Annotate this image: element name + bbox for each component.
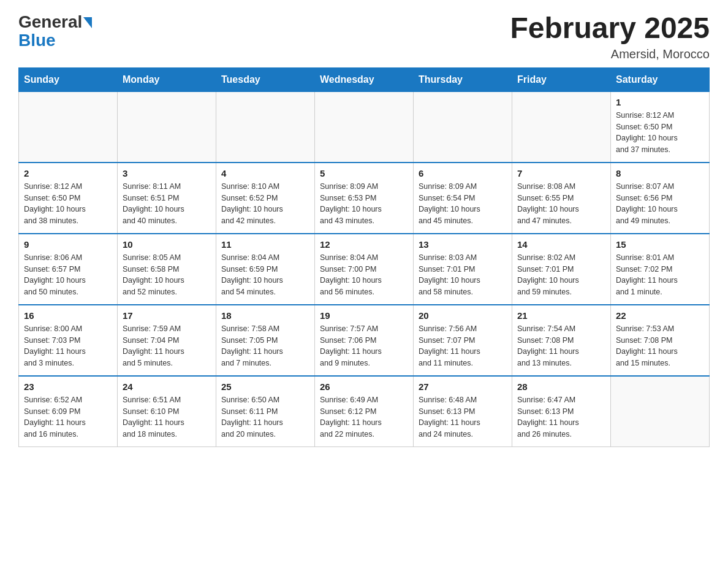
day-info: Sunrise: 8:03 AMSunset: 7:01 PMDaylight:…: [419, 252, 507, 298]
calendar-day-cell: 3Sunrise: 8:11 AMSunset: 6:51 PMDaylight…: [118, 163, 216, 234]
calendar-day-cell: 1Sunrise: 8:12 AMSunset: 6:50 PMDaylight…: [611, 91, 710, 163]
day-info: Sunrise: 8:09 AMSunset: 6:53 PMDaylight:…: [320, 181, 408, 227]
day-number: 19: [320, 310, 408, 321]
calendar-day-cell: [315, 91, 414, 163]
logo-arrow-icon: [83, 17, 92, 28]
day-info: Sunrise: 8:08 AMSunset: 6:55 PMDaylight:…: [517, 181, 605, 227]
day-number: 9: [24, 239, 112, 250]
day-info: Sunrise: 6:52 AMSunset: 6:09 PMDaylight:…: [24, 394, 112, 440]
page-header: General Blue February 2025 Amersid, Moro…: [18, 12, 710, 61]
logo: General Blue: [18, 12, 92, 50]
calendar-table: SundayMondayTuesdayWednesdayThursdayFrid…: [18, 67, 710, 447]
calendar-day-cell: 20Sunrise: 7:56 AMSunset: 7:07 PMDayligh…: [414, 305, 512, 376]
day-number: 21: [517, 310, 605, 321]
logo-general-text: General: [18, 12, 82, 31]
day-info: Sunrise: 8:09 AMSunset: 6:54 PMDaylight:…: [419, 181, 507, 227]
calendar-day-cell: 24Sunrise: 6:51 AMSunset: 6:10 PMDayligh…: [118, 376, 216, 447]
day-info: Sunrise: 8:01 AMSunset: 7:02 PMDaylight:…: [616, 252, 704, 298]
day-info: Sunrise: 8:06 AMSunset: 6:57 PMDaylight:…: [24, 252, 112, 298]
day-number: 20: [419, 310, 507, 321]
calendar-day-cell: 5Sunrise: 8:09 AMSunset: 6:53 PMDaylight…: [315, 163, 414, 234]
calendar-day-cell: [216, 91, 315, 163]
calendar-day-cell: 13Sunrise: 8:03 AMSunset: 7:01 PMDayligh…: [414, 234, 512, 305]
calendar-day-cell: [19, 91, 118, 163]
calendar-header-saturday: Saturday: [611, 67, 710, 91]
calendar-week-row: 2Sunrise: 8:12 AMSunset: 6:50 PMDaylight…: [19, 163, 710, 234]
day-info: Sunrise: 6:50 AMSunset: 6:11 PMDaylight:…: [221, 394, 309, 440]
day-number: 3: [123, 168, 211, 178]
calendar-day-cell: 9Sunrise: 8:06 AMSunset: 6:57 PMDaylight…: [19, 234, 118, 305]
day-number: 27: [419, 381, 507, 392]
calendar-week-row: 16Sunrise: 8:00 AMSunset: 7:03 PMDayligh…: [19, 305, 710, 376]
day-number: 28: [517, 381, 605, 392]
day-number: 12: [320, 239, 408, 250]
calendar-week-row: 1Sunrise: 8:12 AMSunset: 6:50 PMDaylight…: [19, 91, 710, 163]
day-info: Sunrise: 7:53 AMSunset: 7:08 PMDaylight:…: [616, 323, 704, 369]
calendar-header-friday: Friday: [512, 67, 611, 91]
day-number: 24: [123, 381, 211, 392]
day-info: Sunrise: 6:51 AMSunset: 6:10 PMDaylight:…: [123, 394, 211, 440]
calendar-day-cell: [118, 91, 216, 163]
calendar-day-cell: 23Sunrise: 6:52 AMSunset: 6:09 PMDayligh…: [19, 376, 118, 447]
day-info: Sunrise: 8:04 AMSunset: 6:59 PMDaylight:…: [221, 252, 309, 298]
calendar-day-cell: 15Sunrise: 8:01 AMSunset: 7:02 PMDayligh…: [611, 234, 710, 305]
day-number: 16: [24, 310, 112, 321]
calendar-day-cell: 12Sunrise: 8:04 AMSunset: 7:00 PMDayligh…: [315, 234, 414, 305]
calendar-day-cell: 11Sunrise: 8:04 AMSunset: 6:59 PMDayligh…: [216, 234, 315, 305]
day-info: Sunrise: 6:48 AMSunset: 6:13 PMDaylight:…: [419, 394, 507, 440]
calendar-day-cell: 8Sunrise: 8:07 AMSunset: 6:56 PMDaylight…: [611, 163, 710, 234]
day-number: 23: [24, 381, 112, 392]
calendar-day-cell: 4Sunrise: 8:10 AMSunset: 6:52 PMDaylight…: [216, 163, 315, 234]
calendar-header-sunday: Sunday: [19, 67, 118, 91]
day-info: Sunrise: 7:58 AMSunset: 7:05 PMDaylight:…: [221, 323, 309, 369]
calendar-day-cell: 6Sunrise: 8:09 AMSunset: 6:54 PMDaylight…: [414, 163, 512, 234]
calendar-day-cell: [414, 91, 512, 163]
day-info: Sunrise: 8:10 AMSunset: 6:52 PMDaylight:…: [221, 181, 309, 227]
day-number: 22: [616, 310, 704, 321]
day-info: Sunrise: 8:11 AMSunset: 6:51 PMDaylight:…: [123, 181, 211, 227]
calendar-header-thursday: Thursday: [414, 67, 512, 91]
day-number: 25: [221, 381, 309, 392]
calendar-day-cell: 14Sunrise: 8:02 AMSunset: 7:01 PMDayligh…: [512, 234, 611, 305]
day-number: 8: [616, 168, 704, 178]
calendar-day-cell: 10Sunrise: 8:05 AMSunset: 6:58 PMDayligh…: [118, 234, 216, 305]
day-info: Sunrise: 8:02 AMSunset: 7:01 PMDaylight:…: [517, 252, 605, 298]
day-number: 10: [123, 239, 211, 250]
day-number: 15: [616, 239, 704, 250]
day-info: Sunrise: 8:12 AMSunset: 6:50 PMDaylight:…: [616, 110, 704, 156]
location-subtitle: Amersid, Morocco: [510, 47, 710, 61]
calendar-day-cell: 26Sunrise: 6:49 AMSunset: 6:12 PMDayligh…: [315, 376, 414, 447]
calendar-day-cell: [611, 376, 710, 447]
day-number: 4: [221, 168, 309, 178]
day-number: 18: [221, 310, 309, 321]
calendar-week-row: 23Sunrise: 6:52 AMSunset: 6:09 PMDayligh…: [19, 376, 710, 447]
day-info: Sunrise: 6:47 AMSunset: 6:13 PMDaylight:…: [517, 394, 605, 440]
calendar-day-cell: 28Sunrise: 6:47 AMSunset: 6:13 PMDayligh…: [512, 376, 611, 447]
day-number: 14: [517, 239, 605, 250]
calendar-day-cell: 27Sunrise: 6:48 AMSunset: 6:13 PMDayligh…: [414, 376, 512, 447]
calendar-day-cell: 21Sunrise: 7:54 AMSunset: 7:08 PMDayligh…: [512, 305, 611, 376]
day-number: 11: [221, 239, 309, 250]
calendar-day-cell: 7Sunrise: 8:08 AMSunset: 6:55 PMDaylight…: [512, 163, 611, 234]
day-info: Sunrise: 8:05 AMSunset: 6:58 PMDaylight:…: [123, 252, 211, 298]
day-info: Sunrise: 8:12 AMSunset: 6:50 PMDaylight:…: [24, 181, 112, 227]
calendar-header-monday: Monday: [118, 67, 216, 91]
day-number: 5: [320, 168, 408, 178]
day-info: Sunrise: 7:56 AMSunset: 7:07 PMDaylight:…: [419, 323, 507, 369]
day-info: Sunrise: 8:04 AMSunset: 7:00 PMDaylight:…: [320, 252, 408, 298]
day-number: 13: [419, 239, 507, 250]
day-info: Sunrise: 6:49 AMSunset: 6:12 PMDaylight:…: [320, 394, 408, 440]
calendar-header-tuesday: Tuesday: [216, 67, 315, 91]
calendar-week-row: 9Sunrise: 8:06 AMSunset: 6:57 PMDaylight…: [19, 234, 710, 305]
day-info: Sunrise: 7:54 AMSunset: 7:08 PMDaylight:…: [517, 323, 605, 369]
title-block: February 2025 Amersid, Morocco: [510, 12, 710, 61]
calendar-day-cell: 16Sunrise: 8:00 AMSunset: 7:03 PMDayligh…: [19, 305, 118, 376]
day-number: 17: [123, 310, 211, 321]
day-info: Sunrise: 8:07 AMSunset: 6:56 PMDaylight:…: [616, 181, 704, 227]
day-number: 26: [320, 381, 408, 392]
calendar-header-row: SundayMondayTuesdayWednesdayThursdayFrid…: [19, 67, 710, 91]
day-number: 7: [517, 168, 605, 178]
calendar-day-cell: 18Sunrise: 7:58 AMSunset: 7:05 PMDayligh…: [216, 305, 315, 376]
calendar-day-cell: 22Sunrise: 7:53 AMSunset: 7:08 PMDayligh…: [611, 305, 710, 376]
month-title: February 2025: [510, 12, 710, 45]
